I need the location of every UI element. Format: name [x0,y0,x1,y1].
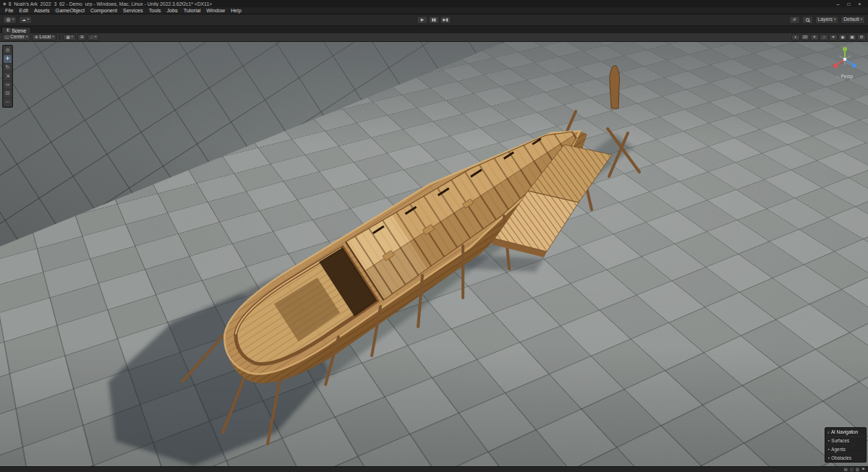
menu-jobs[interactable]: Jobs [163,7,180,14]
scale-tool-icon: ⇲ [6,74,9,79]
pause-icon: ▮▮ [432,18,436,22]
toolbar-separator [59,35,60,40]
effects-dropdown[interactable]: ✦ [829,34,838,40]
layout-dropdown[interactable]: Default ▾ [841,16,865,24]
audio-toggle-button[interactable]: ♪ [820,34,828,40]
rotate-tool-icon: ↻ [6,65,9,70]
custom-tool-button[interactable]: ⋯ [4,98,12,106]
status-icon-1[interactable]: ▤ [843,468,847,472]
chevron-down-icon: ▾ [861,18,862,22]
menu-tutorial[interactable]: Tutorial [181,7,204,14]
gizmos-dropdown[interactable]: ⚙ [857,34,866,40]
camera-settings-button[interactable]: ▣ [848,34,856,40]
undo-history-button[interactable]: ↺ [789,16,800,24]
tab-scene[interactable]: ◧ Scene [1,27,31,33]
ark-sternpost[interactable] [610,66,620,108]
status-icon-4[interactable]: ⚑ [861,468,865,472]
gizmos-icon: ⚙ [860,35,864,40]
snap-toggle-button[interactable]: ⊞ [77,34,87,40]
chevron-down-icon: ▾ [26,35,27,39]
draw-mode-dropdown[interactable]: ◐ [791,34,800,40]
ai-navigation-panel: ≡ AI Navigation ▸ Surfaces ▸ Agents ▸ Ob… [825,427,867,463]
lighting-icon: ☀ [813,35,817,40]
view-tool-button[interactable]: ◎ [4,46,12,54]
ai-nav-agents-label: Agents [831,447,846,452]
play-controls: ▶ ▮▮ ▶▮ [417,16,451,24]
toolbar-left: ▾ ☁ ▾ [3,16,32,24]
ai-navigation-header[interactable]: ≡ AI Navigation [825,428,866,437]
rotate-tool-button[interactable]: ↻ [4,64,12,72]
play-icon: ▶ [421,18,424,22]
close-button[interactable]: × [854,0,865,7]
ai-nav-item-obstacles[interactable]: ▸ Obstacles [825,454,866,462]
pivot-label: Center [10,35,25,40]
projection-toggle[interactable]: ◇ Persp [826,74,864,79]
menu-gameobject[interactable]: GameObject [53,7,88,14]
menu-component[interactable]: Component [88,7,120,14]
menu-help[interactable]: Help [228,7,244,14]
scene-viewport[interactable]: ◎ ✛ ↻ ⇲ ▭ ⊡ ⋯ ◇ Persp [0,42,868,466]
toggle-2d-button[interactable]: 2D [801,34,809,40]
pause-button[interactable]: ▮▮ [428,16,439,24]
menu-window[interactable]: Window [203,7,228,14]
menu-edit[interactable]: Edit [17,7,31,14]
orientation-label: Local [40,35,51,40]
pivot-mode-dropdown[interactable]: ◱ Center ▾ [2,34,30,40]
ai-nav-surfaces-label: Surfaces [831,438,849,443]
draw-mode-icon: ◐ [794,35,796,40]
axis-gizmo-icon[interactable] [829,45,861,74]
ai-navigation-title: AI Navigation [831,429,858,434]
scene-visibility-button[interactable]: ◉ [838,34,847,40]
grid-icon: ▦ [66,35,69,40]
minimize-button[interactable]: – [833,0,843,7]
transform-tool-icon: ⊡ [6,91,9,96]
ai-nav-item-agents[interactable]: ▸ Agents [825,445,866,454]
snap-increment-icon: ∷ [90,35,93,40]
status-bar-icons: ▤ ◫ ▥ ⚑ [843,468,865,472]
scene-toolbar: ◱ Center ▾ ⊕ Local ▾ ▦ ▾ ⊞ ∷ ▾ ◐ 2D ☀ ♪ … [0,33,868,42]
projection-label: Persp [841,74,853,79]
status-icon-3[interactable]: ▥ [856,468,859,472]
orientation-gizmo[interactable]: ◇ Persp [826,45,864,79]
search-icon [806,18,809,22]
menu-services[interactable]: Services [120,7,146,14]
account-avatar-icon [6,17,11,22]
projection-icon: ◇ [837,74,840,79]
expander-icon: ▸ [828,447,830,451]
scene-toolbar-right: ◐ 2D ☀ ♪ ✦ ◉ ▣ ⚙ [791,34,866,40]
rect-tool-button[interactable]: ▭ [4,81,12,89]
tab-bar: ◧ Scene [0,26,868,33]
chevron-down-icon: ▾ [52,35,54,39]
window-controls: – □ × [833,0,865,7]
tools-overlay: ◎ ✛ ↻ ⇲ ▭ ⊡ ⋯ [2,45,13,108]
menu-assets[interactable]: Assets [31,7,53,14]
lighting-toggle-button[interactable]: ☀ [810,34,819,40]
scene-tab-label: Scene [12,28,26,33]
maximize-button[interactable]: □ [843,0,854,7]
play-button[interactable]: ▶ [417,16,427,24]
layers-dropdown[interactable]: Layers ▾ [815,16,839,24]
menu-file[interactable]: File [2,7,17,14]
scene-3d-content [0,42,868,466]
account-button[interactable]: ▾ [3,16,17,24]
scale-tool-button[interactable]: ⇲ [4,72,12,80]
visibility-icon: ◉ [841,35,845,40]
custom-tool-icon: ⋯ [5,100,10,105]
transform-tool-button[interactable]: ⊡ [4,90,12,98]
unity-editor-window: ◆ 8_Noah's Ark_2022_3_62 - Demo_urp - Wi… [0,0,868,472]
cloud-services-button[interactable]: ☁ ▾ [19,16,32,24]
move-tool-button[interactable]: ✛ [4,55,12,63]
step-button[interactable]: ▶▮ [440,16,451,24]
step-icon: ▶▮ [443,18,448,22]
search-button[interactable] [802,16,813,24]
snap-increment-dropdown[interactable]: ∷ ▾ [88,34,99,40]
status-icon-2[interactable]: ◫ [850,468,854,472]
ai-nav-item-surfaces[interactable]: ▸ Surfaces [825,437,866,445]
status-bar: ▤ ◫ ▥ ⚑ [0,466,868,472]
orientation-dropdown[interactable]: ⊕ Local ▾ [32,34,56,40]
title-bar: ◆ 8_Noah's Ark_2022_3_62 - Demo_urp - Wi… [0,0,868,7]
snap-icon: ⊞ [80,35,84,40]
menu-tools[interactable]: Tools [146,7,164,14]
grid-snapping-dropdown[interactable]: ▦ ▾ [63,34,75,40]
ark-model[interactable] [205,94,613,406]
